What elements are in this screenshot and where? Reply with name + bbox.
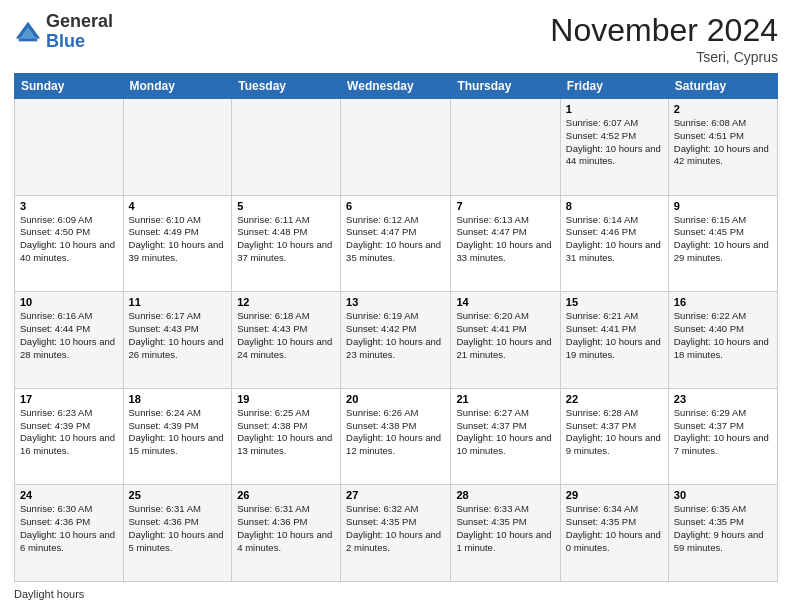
- day-info: Sunrise: 6:19 AM Sunset: 4:42 PM Dayligh…: [346, 310, 445, 361]
- table-row: 25Sunrise: 6:31 AM Sunset: 4:36 PM Dayli…: [123, 485, 232, 582]
- logo: General Blue: [14, 12, 113, 52]
- day-number: 22: [566, 393, 663, 405]
- table-row: 18Sunrise: 6:24 AM Sunset: 4:39 PM Dayli…: [123, 388, 232, 485]
- day-info: Sunrise: 6:11 AM Sunset: 4:48 PM Dayligh…: [237, 214, 335, 265]
- day-number: 21: [456, 393, 554, 405]
- calendar-week-row: 3Sunrise: 6:09 AM Sunset: 4:50 PM Daylig…: [15, 195, 778, 292]
- table-row: 10Sunrise: 6:16 AM Sunset: 4:44 PM Dayli…: [15, 292, 124, 389]
- day-number: 24: [20, 489, 118, 501]
- logo-icon: [14, 18, 42, 46]
- logo-blue-text: Blue: [46, 31, 85, 51]
- day-info: Sunrise: 6:23 AM Sunset: 4:39 PM Dayligh…: [20, 407, 118, 458]
- day-info: Sunrise: 6:18 AM Sunset: 4:43 PM Dayligh…: [237, 310, 335, 361]
- day-info: Sunrise: 6:35 AM Sunset: 4:35 PM Dayligh…: [674, 503, 772, 554]
- table-row: 30Sunrise: 6:35 AM Sunset: 4:35 PM Dayli…: [668, 485, 777, 582]
- day-number: 30: [674, 489, 772, 501]
- table-row: 21Sunrise: 6:27 AM Sunset: 4:37 PM Dayli…: [451, 388, 560, 485]
- col-wednesday: Wednesday: [341, 74, 451, 99]
- col-sunday: Sunday: [15, 74, 124, 99]
- day-number: 19: [237, 393, 335, 405]
- day-info: Sunrise: 6:15 AM Sunset: 4:45 PM Dayligh…: [674, 214, 772, 265]
- day-number: 9: [674, 200, 772, 212]
- table-row: 12Sunrise: 6:18 AM Sunset: 4:43 PM Dayli…: [232, 292, 341, 389]
- title-area: November 2024 Tseri, Cyprus: [550, 12, 778, 65]
- table-row: 11Sunrise: 6:17 AM Sunset: 4:43 PM Dayli…: [123, 292, 232, 389]
- table-row: 26Sunrise: 6:31 AM Sunset: 4:36 PM Dayli…: [232, 485, 341, 582]
- day-number: 14: [456, 296, 554, 308]
- day-number: 28: [456, 489, 554, 501]
- table-row: 7Sunrise: 6:13 AM Sunset: 4:47 PM Daylig…: [451, 195, 560, 292]
- calendar-table: Sunday Monday Tuesday Wednesday Thursday…: [14, 73, 778, 582]
- table-row: 1Sunrise: 6:07 AM Sunset: 4:52 PM Daylig…: [560, 99, 668, 196]
- table-row: 15Sunrise: 6:21 AM Sunset: 4:41 PM Dayli…: [560, 292, 668, 389]
- day-info: Sunrise: 6:10 AM Sunset: 4:49 PM Dayligh…: [129, 214, 227, 265]
- day-info: Sunrise: 6:30 AM Sunset: 4:36 PM Dayligh…: [20, 503, 118, 554]
- table-row: [341, 99, 451, 196]
- daylight-label: Daylight hours: [14, 588, 84, 600]
- footer: Daylight hours: [14, 588, 778, 600]
- table-row: 9Sunrise: 6:15 AM Sunset: 4:45 PM Daylig…: [668, 195, 777, 292]
- day-info: Sunrise: 6:33 AM Sunset: 4:35 PM Dayligh…: [456, 503, 554, 554]
- table-row: 3Sunrise: 6:09 AM Sunset: 4:50 PM Daylig…: [15, 195, 124, 292]
- calendar-week-row: 17Sunrise: 6:23 AM Sunset: 4:39 PM Dayli…: [15, 388, 778, 485]
- day-number: 8: [566, 200, 663, 212]
- day-info: Sunrise: 6:32 AM Sunset: 4:35 PM Dayligh…: [346, 503, 445, 554]
- col-friday: Friday: [560, 74, 668, 99]
- day-info: Sunrise: 6:14 AM Sunset: 4:46 PM Dayligh…: [566, 214, 663, 265]
- day-number: 25: [129, 489, 227, 501]
- day-info: Sunrise: 6:16 AM Sunset: 4:44 PM Dayligh…: [20, 310, 118, 361]
- day-number: 12: [237, 296, 335, 308]
- table-row: 14Sunrise: 6:20 AM Sunset: 4:41 PM Dayli…: [451, 292, 560, 389]
- day-number: 17: [20, 393, 118, 405]
- table-row: [123, 99, 232, 196]
- day-info: Sunrise: 6:09 AM Sunset: 4:50 PM Dayligh…: [20, 214, 118, 265]
- location: Tseri, Cyprus: [550, 49, 778, 65]
- table-row: 24Sunrise: 6:30 AM Sunset: 4:36 PM Dayli…: [15, 485, 124, 582]
- day-number: 20: [346, 393, 445, 405]
- day-number: 13: [346, 296, 445, 308]
- table-row: [451, 99, 560, 196]
- table-row: 17Sunrise: 6:23 AM Sunset: 4:39 PM Dayli…: [15, 388, 124, 485]
- table-row: 6Sunrise: 6:12 AM Sunset: 4:47 PM Daylig…: [341, 195, 451, 292]
- day-info: Sunrise: 6:26 AM Sunset: 4:38 PM Dayligh…: [346, 407, 445, 458]
- table-row: 4Sunrise: 6:10 AM Sunset: 4:49 PM Daylig…: [123, 195, 232, 292]
- table-row: 22Sunrise: 6:28 AM Sunset: 4:37 PM Dayli…: [560, 388, 668, 485]
- day-number: 26: [237, 489, 335, 501]
- day-number: 15: [566, 296, 663, 308]
- month-title: November 2024: [550, 12, 778, 49]
- day-info: Sunrise: 6:27 AM Sunset: 4:37 PM Dayligh…: [456, 407, 554, 458]
- day-info: Sunrise: 6:13 AM Sunset: 4:47 PM Dayligh…: [456, 214, 554, 265]
- col-tuesday: Tuesday: [232, 74, 341, 99]
- day-number: 16: [674, 296, 772, 308]
- day-number: 6: [346, 200, 445, 212]
- day-info: Sunrise: 6:31 AM Sunset: 4:36 PM Dayligh…: [237, 503, 335, 554]
- day-number: 29: [566, 489, 663, 501]
- day-info: Sunrise: 6:07 AM Sunset: 4:52 PM Dayligh…: [566, 117, 663, 168]
- col-monday: Monday: [123, 74, 232, 99]
- col-thursday: Thursday: [451, 74, 560, 99]
- table-row: 16Sunrise: 6:22 AM Sunset: 4:40 PM Dayli…: [668, 292, 777, 389]
- table-row: 20Sunrise: 6:26 AM Sunset: 4:38 PM Dayli…: [341, 388, 451, 485]
- table-row: 19Sunrise: 6:25 AM Sunset: 4:38 PM Dayli…: [232, 388, 341, 485]
- day-number: 10: [20, 296, 118, 308]
- table-row: 28Sunrise: 6:33 AM Sunset: 4:35 PM Dayli…: [451, 485, 560, 582]
- header: General Blue November 2024 Tseri, Cyprus: [14, 12, 778, 65]
- table-row: 23Sunrise: 6:29 AM Sunset: 4:37 PM Dayli…: [668, 388, 777, 485]
- day-info: Sunrise: 6:29 AM Sunset: 4:37 PM Dayligh…: [674, 407, 772, 458]
- day-info: Sunrise: 6:22 AM Sunset: 4:40 PM Dayligh…: [674, 310, 772, 361]
- day-info: Sunrise: 6:24 AM Sunset: 4:39 PM Dayligh…: [129, 407, 227, 458]
- day-number: 27: [346, 489, 445, 501]
- day-number: 2: [674, 103, 772, 115]
- day-info: Sunrise: 6:28 AM Sunset: 4:37 PM Dayligh…: [566, 407, 663, 458]
- day-number: 4: [129, 200, 227, 212]
- table-row: 13Sunrise: 6:19 AM Sunset: 4:42 PM Dayli…: [341, 292, 451, 389]
- calendar-week-row: 24Sunrise: 6:30 AM Sunset: 4:36 PM Dayli…: [15, 485, 778, 582]
- table-row: 5Sunrise: 6:11 AM Sunset: 4:48 PM Daylig…: [232, 195, 341, 292]
- day-number: 18: [129, 393, 227, 405]
- table-row: [232, 99, 341, 196]
- col-saturday: Saturday: [668, 74, 777, 99]
- day-info: Sunrise: 6:31 AM Sunset: 4:36 PM Dayligh…: [129, 503, 227, 554]
- day-number: 1: [566, 103, 663, 115]
- calendar-week-row: 10Sunrise: 6:16 AM Sunset: 4:44 PM Dayli…: [15, 292, 778, 389]
- day-info: Sunrise: 6:21 AM Sunset: 4:41 PM Dayligh…: [566, 310, 663, 361]
